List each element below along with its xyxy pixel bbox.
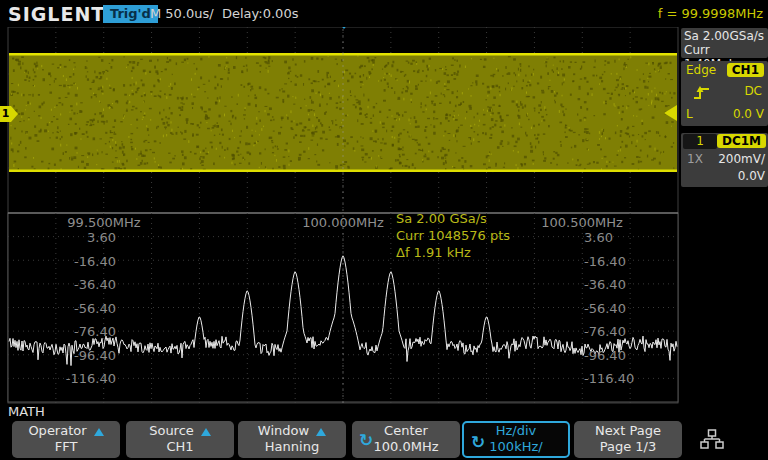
channel1-scale-readout: 200mV/ bbox=[718, 152, 765, 166]
fft-db-label: -36.40 bbox=[54, 277, 116, 292]
fft-db-label: 3.60 bbox=[584, 230, 613, 245]
fft-delta-f: Δf 1.91 kHz bbox=[396, 245, 471, 260]
sample-rate-readout: Sa 2.00GSa/s bbox=[684, 29, 765, 43]
fft-db-label: -56.40 bbox=[584, 301, 626, 316]
fft-sample-rate: Sa 2.00 GSa/s bbox=[396, 211, 487, 226]
rising-edge-icon bbox=[693, 85, 711, 101]
trigger-level-readout: 0.0 V bbox=[733, 107, 764, 121]
fft-db-label: -116.40 bbox=[584, 371, 634, 386]
softkey-next-page[interactable]: Next Page Page 1/3 bbox=[574, 421, 682, 458]
frequency-counter: f = 99.9998MHz bbox=[658, 6, 763, 21]
trigger-info-box[interactable]: Edge CH1 DC L 0.0 V bbox=[681, 61, 768, 126]
fft-freq-label-right: 100.500MHz bbox=[541, 215, 623, 230]
softkey-center[interactable]: ↻ Center 100.0MHz bbox=[352, 421, 460, 458]
trigger-type-label: Edge bbox=[686, 63, 716, 77]
acquisition-info-box: Sa 2.00GSa/s Curr 1.40Mpts bbox=[681, 28, 768, 58]
fft-freq-label-left: 99.500MHz bbox=[67, 215, 140, 230]
oscilloscope-screen: SIGLENT Trig'd M 50.0us/ Delay:0.00s f =… bbox=[0, 0, 768, 460]
channel1-offset-readout: 0.0V bbox=[738, 169, 765, 183]
fft-db-label: -16.40 bbox=[584, 254, 626, 269]
lan-network-icon bbox=[700, 429, 724, 449]
fft-freq-label-center: 100.000MHz bbox=[302, 215, 384, 230]
channel1-position-marker[interactable]: 1 bbox=[0, 106, 18, 122]
trigger-level-label: L bbox=[686, 107, 693, 121]
softkey-operator[interactable]: Operator FFT bbox=[12, 421, 120, 458]
trigger-level-marker[interactable] bbox=[664, 105, 677, 121]
fft-db-label: -56.40 bbox=[54, 301, 116, 316]
popup-arrow-icon bbox=[94, 428, 104, 436]
channel1-marker-label: 1 bbox=[0, 106, 11, 122]
channel1-number-badge: 1 bbox=[683, 134, 717, 149]
channel1-marker-arrow-icon bbox=[11, 106, 18, 122]
menu-title: MATH bbox=[8, 404, 45, 419]
fft-db-label: -76.40 bbox=[54, 324, 116, 339]
top-status-bar: SIGLENT Trig'd M 50.0us/ Delay:0.00s f =… bbox=[0, 0, 768, 27]
channel1-coupling-badge: DC1M bbox=[717, 134, 766, 148]
softkey-menu: Operator FFT Source CH1 Window Hanning ↻… bbox=[0, 421, 768, 460]
fft-db-label: -76.40 bbox=[584, 324, 626, 339]
fft-db-label: 3.60 bbox=[54, 230, 116, 245]
trigger-source-badge: CH1 bbox=[727, 63, 764, 77]
softkey-window[interactable]: Window Hanning bbox=[238, 421, 346, 458]
channel1-probe-readout: 1X bbox=[687, 152, 703, 166]
timebase-readout[interactable]: M 50.0us/ bbox=[150, 6, 214, 21]
softkey-hz-div[interactable]: ↻ Hz/div 100kHz/ bbox=[462, 421, 570, 458]
rotary-knob-icon: ↻ bbox=[359, 430, 373, 450]
softkey-source[interactable]: Source CH1 bbox=[126, 421, 234, 458]
trigger-coupling-readout: DC bbox=[744, 84, 762, 98]
popup-arrow-icon bbox=[201, 428, 211, 436]
rotary-knob-icon: ↻ bbox=[471, 432, 485, 452]
fft-points: Curr 1048576 pts bbox=[396, 228, 510, 243]
fft-db-label: -116.40 bbox=[54, 371, 116, 386]
fft-db-label: -96.40 bbox=[584, 348, 626, 363]
fft-db-label: -36.40 bbox=[584, 277, 626, 292]
popup-arrow-icon bbox=[316, 428, 326, 436]
siglent-logo: SIGLENT bbox=[8, 3, 105, 25]
fft-db-label: -96.40 bbox=[54, 348, 116, 363]
channel1-info-box[interactable]: 1 DC1M 1X 200mV/ 0.0V bbox=[681, 133, 768, 187]
delay-readout[interactable]: Delay:0.00s bbox=[222, 6, 298, 21]
fft-db-label: -16.40 bbox=[54, 254, 116, 269]
